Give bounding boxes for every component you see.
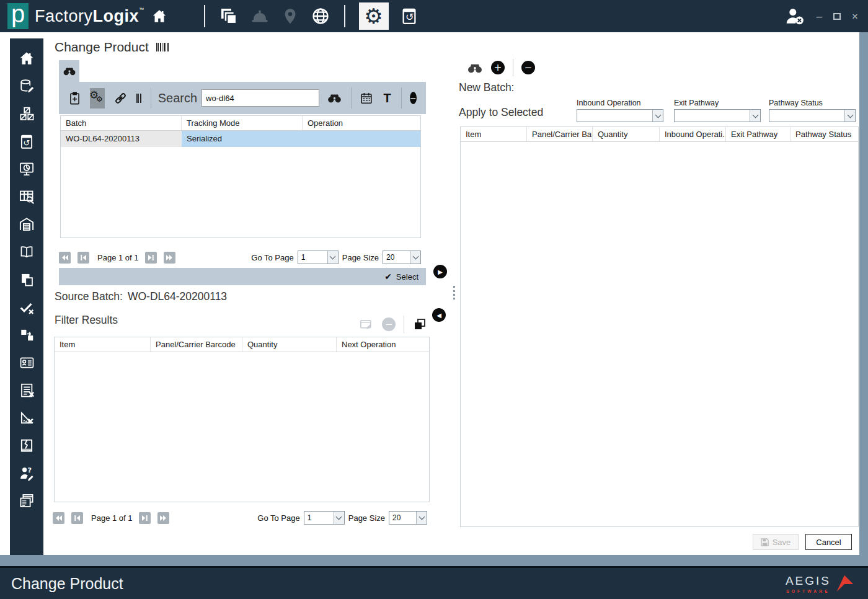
sidebar-item-batch-documents[interactable] [10, 266, 43, 294]
pathway-status-combobox[interactable] [769, 109, 856, 122]
chevron-down-icon[interactable] [410, 251, 420, 264]
column-header[interactable]: Quantity [593, 127, 660, 141]
column-header[interactable]: Panel/Carrier Bar... [527, 127, 593, 141]
column-header[interactable]: Operation [303, 116, 420, 130]
minimize-button[interactable]: – [817, 11, 822, 22]
goto-page-label: Go To Page [251, 253, 293, 262]
remove-icon[interactable]: − [521, 61, 535, 74]
text-filter-icon[interactable]: T [383, 91, 391, 105]
logout-user-icon[interactable] [784, 7, 805, 25]
table-row[interactable]: WO-DL64-20200113 Serialized [61, 131, 420, 147]
settings-gear-button[interactable]: ⚙ [359, 2, 389, 30]
gears-filter-button[interactable]: ⚙⚙ [90, 88, 105, 109]
sidebar-item-documentation[interactable] [10, 238, 43, 266]
sidebar-item-operator-support[interactable]: ? [10, 459, 43, 487]
sidebar-item-validation[interactable] [10, 293, 43, 321]
last-page-button[interactable] [164, 252, 175, 264]
sidebar-item-badge[interactable] [10, 349, 43, 377]
sidebar-item-checklist[interactable] [10, 376, 43, 404]
home-icon[interactable] [150, 8, 169, 24]
page-size-combobox[interactable]: 20 [383, 251, 421, 264]
column-header[interactable]: Tracking Mode [182, 116, 303, 130]
operation-cell[interactable] [303, 131, 420, 147]
previous-page-button[interactable] [71, 512, 83, 524]
column-header[interactable]: Inbound Operati... [660, 127, 726, 141]
goto-page-combobox[interactable]: 1 [304, 511, 345, 525]
production-refresh-icon[interactable]: ↺ [400, 6, 418, 26]
chevron-down-icon[interactable] [750, 110, 760, 122]
sidebar-item-data-editor[interactable] [10, 73, 43, 100]
forms-icon [18, 492, 35, 509]
hardhat-icon[interactable] [250, 6, 270, 26]
last-page-button[interactable] [157, 512, 169, 524]
column-header[interactable]: Quantity [242, 337, 337, 352]
sidebar-item-assembly[interactable] [10, 100, 43, 128]
calendar-icon[interactable] [360, 91, 373, 105]
goto-page-label: Go To Page [257, 513, 299, 523]
next-page-button[interactable] [139, 512, 151, 524]
search-binoculars-button[interactable] [327, 93, 342, 103]
transfer-icon [19, 327, 35, 343]
save-button[interactable]: Save [753, 534, 799, 550]
check-x-icon [18, 300, 35, 316]
link-icon[interactable] [113, 91, 128, 105]
chevron-down-icon[interactable] [416, 512, 427, 524]
documents-icon[interactable] [219, 6, 239, 26]
column-header[interactable]: Exit Pathway [726, 127, 790, 141]
splitter-handle[interactable] [453, 286, 455, 300]
first-page-button[interactable] [53, 512, 64, 524]
action-buttons: Save Cancel [753, 534, 852, 550]
location-pin-icon[interactable] [281, 6, 299, 26]
tab-search[interactable] [59, 60, 79, 82]
sidebar-item-reports[interactable] [10, 487, 43, 515]
cancel-button[interactable]: Cancel [805, 534, 852, 550]
chevron-down-icon[interactable] [334, 512, 344, 524]
remove-icon[interactable]: − [410, 92, 417, 104]
maximize-button[interactable] [833, 13, 841, 20]
sidebar-item-measurement[interactable] [10, 404, 43, 432]
remove-filter-icon[interactable]: − [382, 317, 396, 331]
first-page-button[interactable] [59, 252, 71, 264]
sidebar-item-data-query[interactable] [10, 183, 43, 211]
clipboard-add-icon[interactable] [68, 91, 81, 105]
select-all-icon[interactable] [412, 317, 427, 332]
column-header[interactable]: Panel/Carrier Barcode [151, 337, 242, 352]
globe-icon[interactable] [311, 6, 330, 26]
column-header[interactable]: Next Operation [337, 337, 429, 352]
move-left-button[interactable]: ◀ [432, 308, 446, 322]
sidebar-item-home[interactable] [10, 45, 43, 73]
search-input[interactable] [202, 89, 319, 107]
move-right-button[interactable]: ▶ [433, 265, 447, 278]
filter-results-table: Item Panel/Carrier Barcode Quantity Next… [54, 337, 430, 502]
window-frame-bottom [0, 555, 868, 566]
page-size-combobox[interactable]: 20 [389, 511, 427, 525]
goto-page-combobox[interactable]: 1 [298, 251, 339, 264]
column-header[interactable]: Item [461, 127, 527, 141]
batch-cell[interactable]: WO-DL64-20200113 [61, 131, 182, 147]
find-binoculars-icon[interactable] [467, 63, 483, 73]
sidebar-item-warehouse[interactable] [10, 211, 43, 239]
edit-form-icon[interactable] [358, 317, 374, 332]
column-header[interactable]: Pathway Status [790, 127, 858, 141]
chevron-down-icon[interactable] [652, 110, 663, 122]
inbound-operation-combobox[interactable] [577, 109, 663, 122]
close-button[interactable]: × [852, 11, 858, 22]
exit-pathway-combobox[interactable] [674, 109, 761, 122]
select-button[interactable]: Select [396, 272, 418, 282]
inbound-operation-label: Inbound Operation [577, 99, 663, 107]
pathway-status-label: Pathway Status [769, 99, 856, 107]
barcode-scan-icon[interactable] [136, 94, 142, 103]
sidebar-item-batch-history[interactable]: ↺ [10, 128, 43, 156]
chevron-down-icon[interactable] [844, 110, 855, 122]
column-header[interactable]: Item [55, 337, 151, 352]
next-page-button[interactable] [145, 252, 157, 264]
add-icon[interactable]: + [491, 61, 505, 74]
sidebar-item-defects[interactable] [10, 432, 43, 459]
status-bar: Change Product AEGIS SOFTWARE [0, 566, 868, 599]
sidebar-item-material-transfer[interactable] [10, 321, 43, 349]
sidebar-item-dashboard[interactable] [10, 155, 43, 183]
tracking-mode-cell[interactable]: Serialized [182, 131, 303, 147]
previous-page-button[interactable] [78, 252, 89, 264]
column-header[interactable]: Batch [61, 116, 182, 130]
chevron-down-icon[interactable] [327, 251, 338, 264]
